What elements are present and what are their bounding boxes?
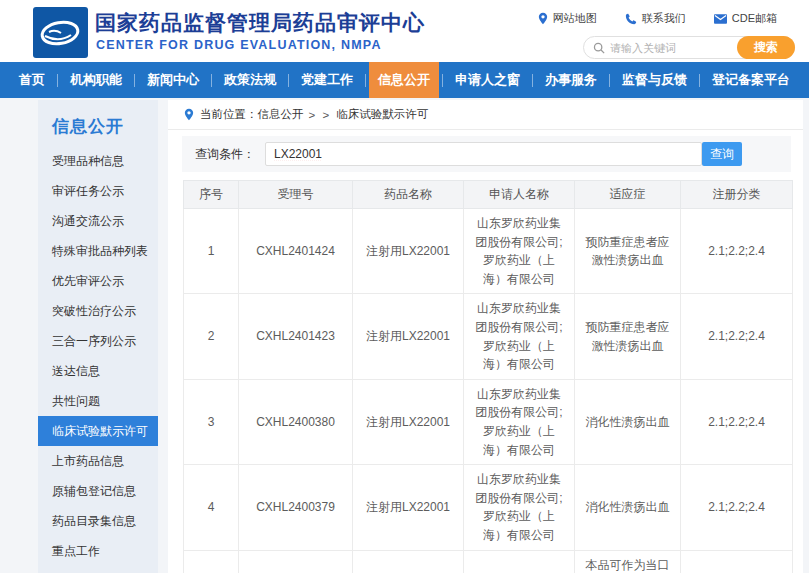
nav-item-services[interactable]: 办事服务 (536, 62, 606, 98)
column-header-acceptance-no: 受理号 (239, 181, 353, 209)
cell-applicant: 山东罗欣药业集团股份有限公司;罗欣药业（上海）有限公司 (464, 550, 575, 573)
contact-label: 联系我们 (642, 11, 686, 26)
cell-acceptance-no: CXHL2400379 (239, 465, 353, 550)
nav-divider (365, 74, 366, 87)
cde-mail-link[interactable]: CDE邮箱 (714, 11, 777, 26)
column-header-reg-class: 注册分类 (681, 181, 793, 209)
sidebar-item-delivery-info[interactable]: 送达信息 (38, 356, 158, 386)
query-input[interactable] (265, 142, 702, 166)
site-header: 国家药品监督管理局药品审评中心 CENTER FOR DRUG EVALUATI… (0, 0, 809, 62)
cell-applicant: 山东罗欣药业集团股份有限公司;罗欣药业（上海）有限公司 (464, 379, 575, 464)
sidebar-item-marketed-drugs[interactable]: 上市药品信息 (38, 446, 158, 476)
query-button[interactable]: 查询 (702, 142, 742, 166)
cell-seq: 1 (184, 209, 239, 294)
table-row: 3 CXHL2400380 注射用LX22001 山东罗欣药业集团股份有限公司;… (184, 379, 793, 464)
table-row: 2 CXHL2401423 注射用LX22001 山东罗欣药业集团股份有限公司;… (184, 294, 793, 379)
cell-applicant: 山东罗欣药业集团股份有限公司;罗欣药业（上海）有限公司 (464, 209, 575, 294)
nav-item-info-disclosure[interactable]: 信息公开 (369, 62, 439, 98)
sidebar-item-breakthrough-therapy[interactable]: 突破性治疗公示 (38, 296, 158, 326)
cell-acceptance-no: CXHL2400378 (239, 550, 353, 573)
query-label: 查询条件： (195, 146, 255, 163)
sidebar-item-review-tasks[interactable]: 审评任务公示 (38, 176, 158, 206)
cell-acceptance-no: CXHL2401423 (239, 294, 353, 379)
contact-link[interactable]: 联系我们 (625, 11, 686, 26)
table-header-row: 序号 受理号 药品名称 申请人名称 适应症 注册分类 (184, 181, 793, 209)
sidebar-item-key-work[interactable]: 重点工作 (38, 536, 158, 566)
nav-item-policies[interactable]: 政策法规 (215, 62, 285, 98)
cell-reg-class: 2.1;2.2;2.4 (681, 209, 793, 294)
cell-indication: 消化性溃疡出血 (575, 379, 681, 464)
breadcrumb-prefix: 当前位置：信息公开 (200, 107, 304, 122)
cell-indication: 预防重症患者应激性溃疡出血 (575, 209, 681, 294)
location-pin-icon (538, 12, 548, 25)
nav-item-party-building[interactable]: 党建工作 (292, 62, 362, 98)
nav-item-applicant-window[interactable]: 申请人之窗 (446, 62, 529, 98)
sitemap-label: 网站地图 (553, 11, 597, 26)
sidebar-item-communication[interactable]: 沟通交流公示 (38, 206, 158, 236)
nav-divider (699, 74, 700, 87)
cell-seq: 5 (184, 550, 239, 573)
nav-item-supervision[interactable]: 监督与反馈 (613, 62, 696, 98)
page: 国家药品监督管理局药品审评中心 CENTER FOR DRUG EVALUATI… (0, 0, 809, 573)
query-bar: 查询条件： 查询 (182, 136, 791, 172)
sidebar-item-accepted-varieties[interactable]: 受理品种信息 (38, 146, 158, 176)
sidebar-item-special-approval[interactable]: 特殊审批品种列表 (38, 236, 158, 266)
sidebar-item-priority-review[interactable]: 优先审评公示 (38, 266, 158, 296)
site-title: 国家药品监督管理局药品审评中心 (95, 9, 425, 37)
sidebar-item-clinical-trial-implied-license[interactable]: 临床试验默示许可 (38, 416, 158, 446)
nav-item-registration-platform[interactable]: 登记备案平台 (703, 62, 799, 98)
column-header-drug-name: 药品名称 (353, 181, 464, 209)
swan-logo-icon (37, 15, 84, 51)
breadcrumb: 当前位置：信息公开 > > 临床试验默示许可 (168, 100, 803, 130)
search-input[interactable] (610, 38, 735, 57)
main-nav: 首页 机构职能 新闻中心 政策法规 党建工作 信息公开 申请人之窗 办事服务 监… (0, 62, 809, 98)
sidebar-title: 信息公开 (38, 100, 158, 146)
sidebar: 信息公开 受理品种信息 审评任务公示 沟通交流公示 特殊审批品种列表 优先审评公… (38, 100, 158, 573)
search-button[interactable]: 搜索 (737, 36, 795, 59)
cell-drug-name: 注射用LX22001 (353, 550, 464, 573)
sitemap-link[interactable]: 网站地图 (538, 11, 597, 26)
cell-reg-class: 2.1;2.2 (681, 550, 793, 573)
cell-drug-name: 注射用LX22001 (353, 294, 464, 379)
results-table: 序号 受理号 药品名称 申请人名称 适应症 注册分类 1 CXHL2401424… (183, 180, 793, 573)
nav-item-functions[interactable]: 机构职能 (61, 62, 131, 98)
cell-seq: 3 (184, 379, 239, 464)
cell-applicant: 山东罗欣药业集团股份有限公司;罗欣药业（上海）有限公司 (464, 294, 575, 379)
cell-seq: 2 (184, 294, 239, 379)
cde-mail-label: CDE邮箱 (732, 11, 777, 26)
cell-applicant: 山东罗欣药业集团股份有限公司;罗欣药业（上海）有限公司 (464, 465, 575, 550)
sidebar-item-three-in-one[interactable]: 三合一序列公示 (38, 326, 158, 356)
envelope-icon (714, 14, 727, 24)
cell-indication: 消化性溃疡出血 (575, 465, 681, 550)
search-icon (593, 42, 605, 54)
cell-drug-name: 注射用LX22001 (353, 209, 464, 294)
table-row: 5 CXHL2400378 注射用LX22001 山东罗欣药业集团股份有限公司;… (184, 550, 793, 573)
nav-divider (609, 74, 610, 87)
cell-acceptance-no: CXHL2401424 (239, 209, 353, 294)
sidebar-item-drug-catalog[interactable]: 药品目录集信息 (38, 506, 158, 536)
table-row: 1 CXHL2401424 注射用LX22001 山东罗欣药业集团股份有限公司;… (184, 209, 793, 294)
column-header-indication: 适应症 (575, 181, 681, 209)
nav-divider (532, 74, 533, 87)
cell-drug-name: 注射用LX22001 (353, 379, 464, 464)
table-row: 4 CXHL2400379 注射用LX22001 山东罗欣药业集团股份有限公司;… (184, 465, 793, 550)
nav-item-home[interactable]: 首页 (10, 62, 54, 98)
nav-item-news[interactable]: 新闻中心 (138, 62, 208, 98)
cell-drug-name: 注射用LX22001 (353, 465, 464, 550)
breadcrumb-current: 临床试验默示许可 (336, 107, 428, 122)
column-header-applicant: 申请人名称 (464, 181, 575, 209)
header-quick-links: 网站地图 联系我们 CDE邮箱 (538, 11, 777, 26)
cell-indication: 预防重症患者应激性溃疡出血 (575, 294, 681, 379)
nav-divider (57, 74, 58, 87)
cell-indication: 本品可作为当口服疗法不适用时，用于下列病症的替代疗法：反流性食管炎、十二指肠溃疡… (575, 550, 681, 573)
nav-divider (442, 74, 443, 87)
main-content: 当前位置：信息公开 > > 临床试验默示许可 查询条件： 查询 序号 受理号 药… (168, 100, 803, 573)
nav-divider (211, 74, 212, 87)
phone-icon (625, 13, 637, 25)
cell-acceptance-no: CXHL2400380 (239, 379, 353, 464)
nav-divider (288, 74, 289, 87)
sidebar-item-common-issues[interactable]: 共性问题 (38, 386, 158, 416)
column-header-seq: 序号 (184, 181, 239, 209)
sidebar-item-excipient-registration[interactable]: 原辅包登记信息 (38, 476, 158, 506)
breadcrumb-separator: > > (309, 109, 332, 121)
